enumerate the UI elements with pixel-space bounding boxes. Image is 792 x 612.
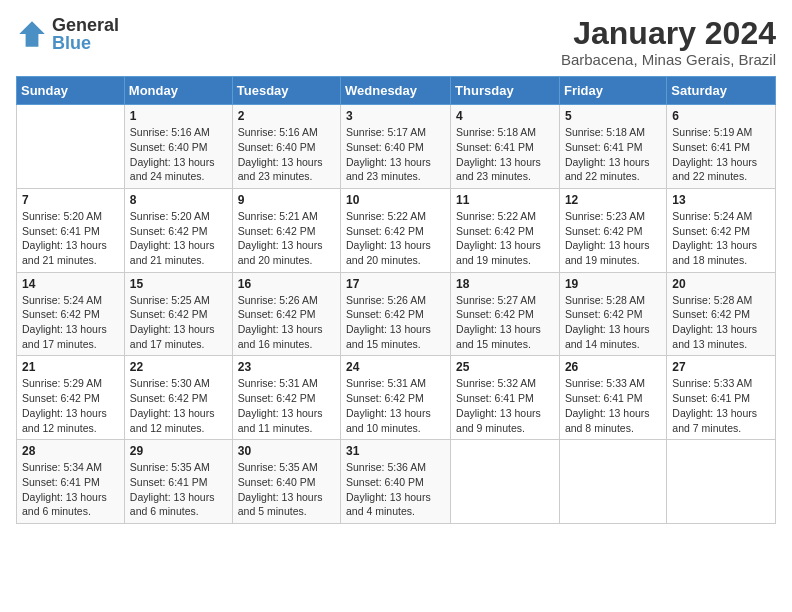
logo-line2: Blue bbox=[52, 34, 119, 52]
day-number: 17 bbox=[346, 277, 445, 291]
weekday-header: Friday bbox=[559, 77, 666, 105]
calendar-day-cell: 3Sunrise: 5:17 AM Sunset: 6:40 PM Daylig… bbox=[341, 105, 451, 189]
calendar-day-cell: 24Sunrise: 5:31 AM Sunset: 6:42 PM Dayli… bbox=[341, 356, 451, 440]
day-number: 27 bbox=[672, 360, 770, 374]
calendar-day-cell: 11Sunrise: 5:22 AM Sunset: 6:42 PM Dayli… bbox=[451, 188, 560, 272]
calendar-day-cell: 21Sunrise: 5:29 AM Sunset: 6:42 PM Dayli… bbox=[17, 356, 125, 440]
calendar-day-cell: 28Sunrise: 5:34 AM Sunset: 6:41 PM Dayli… bbox=[17, 440, 125, 524]
calendar-day-cell: 13Sunrise: 5:24 AM Sunset: 6:42 PM Dayli… bbox=[667, 188, 776, 272]
calendar-day-cell: 23Sunrise: 5:31 AM Sunset: 6:42 PM Dayli… bbox=[232, 356, 340, 440]
calendar-day-cell: 6Sunrise: 5:19 AM Sunset: 6:41 PM Daylig… bbox=[667, 105, 776, 189]
day-info: Sunrise: 5:19 AM Sunset: 6:41 PM Dayligh… bbox=[672, 125, 770, 184]
page-subtitle: Barbacena, Minas Gerais, Brazil bbox=[561, 51, 776, 68]
svg-marker-0 bbox=[19, 21, 45, 47]
calendar-day-cell: 19Sunrise: 5:28 AM Sunset: 6:42 PM Dayli… bbox=[559, 272, 666, 356]
day-number: 9 bbox=[238, 193, 335, 207]
day-number: 15 bbox=[130, 277, 227, 291]
day-info: Sunrise: 5:28 AM Sunset: 6:42 PM Dayligh… bbox=[565, 293, 661, 352]
calendar-day-cell: 10Sunrise: 5:22 AM Sunset: 6:42 PM Dayli… bbox=[341, 188, 451, 272]
day-info: Sunrise: 5:32 AM Sunset: 6:41 PM Dayligh… bbox=[456, 376, 554, 435]
calendar-week-row: 28Sunrise: 5:34 AM Sunset: 6:41 PM Dayli… bbox=[17, 440, 776, 524]
day-number: 24 bbox=[346, 360, 445, 374]
day-info: Sunrise: 5:23 AM Sunset: 6:42 PM Dayligh… bbox=[565, 209, 661, 268]
logo-text: General Blue bbox=[52, 16, 119, 52]
day-info: Sunrise: 5:17 AM Sunset: 6:40 PM Dayligh… bbox=[346, 125, 445, 184]
day-info: Sunrise: 5:18 AM Sunset: 6:41 PM Dayligh… bbox=[456, 125, 554, 184]
calendar-day-cell: 16Sunrise: 5:26 AM Sunset: 6:42 PM Dayli… bbox=[232, 272, 340, 356]
day-number: 13 bbox=[672, 193, 770, 207]
day-info: Sunrise: 5:25 AM Sunset: 6:42 PM Dayligh… bbox=[130, 293, 227, 352]
day-number: 12 bbox=[565, 193, 661, 207]
day-info: Sunrise: 5:22 AM Sunset: 6:42 PM Dayligh… bbox=[456, 209, 554, 268]
day-info: Sunrise: 5:33 AM Sunset: 6:41 PM Dayligh… bbox=[565, 376, 661, 435]
calendar-day-cell: 27Sunrise: 5:33 AM Sunset: 6:41 PM Dayli… bbox=[667, 356, 776, 440]
weekday-header: Wednesday bbox=[341, 77, 451, 105]
day-number: 19 bbox=[565, 277, 661, 291]
day-number: 2 bbox=[238, 109, 335, 123]
day-number: 7 bbox=[22, 193, 119, 207]
day-info: Sunrise: 5:29 AM Sunset: 6:42 PM Dayligh… bbox=[22, 376, 119, 435]
calendar-week-row: 1Sunrise: 5:16 AM Sunset: 6:40 PM Daylig… bbox=[17, 105, 776, 189]
weekday-header: Saturday bbox=[667, 77, 776, 105]
calendar-day-cell: 25Sunrise: 5:32 AM Sunset: 6:41 PM Dayli… bbox=[451, 356, 560, 440]
day-number: 4 bbox=[456, 109, 554, 123]
day-info: Sunrise: 5:16 AM Sunset: 6:40 PM Dayligh… bbox=[238, 125, 335, 184]
logo-line1: General bbox=[52, 16, 119, 34]
day-info: Sunrise: 5:24 AM Sunset: 6:42 PM Dayligh… bbox=[672, 209, 770, 268]
day-number: 10 bbox=[346, 193, 445, 207]
calendar-week-row: 21Sunrise: 5:29 AM Sunset: 6:42 PM Dayli… bbox=[17, 356, 776, 440]
calendar-day-cell: 14Sunrise: 5:24 AM Sunset: 6:42 PM Dayli… bbox=[17, 272, 125, 356]
day-info: Sunrise: 5:24 AM Sunset: 6:42 PM Dayligh… bbox=[22, 293, 119, 352]
day-info: Sunrise: 5:35 AM Sunset: 6:40 PM Dayligh… bbox=[238, 460, 335, 519]
weekday-header: Monday bbox=[124, 77, 232, 105]
page-title: January 2024 bbox=[561, 16, 776, 51]
calendar-day-cell bbox=[451, 440, 560, 524]
calendar-day-cell: 12Sunrise: 5:23 AM Sunset: 6:42 PM Dayli… bbox=[559, 188, 666, 272]
day-info: Sunrise: 5:33 AM Sunset: 6:41 PM Dayligh… bbox=[672, 376, 770, 435]
day-number: 20 bbox=[672, 277, 770, 291]
day-info: Sunrise: 5:20 AM Sunset: 6:42 PM Dayligh… bbox=[130, 209, 227, 268]
day-number: 30 bbox=[238, 444, 335, 458]
calendar-day-cell: 8Sunrise: 5:20 AM Sunset: 6:42 PM Daylig… bbox=[124, 188, 232, 272]
calendar-day-cell: 29Sunrise: 5:35 AM Sunset: 6:41 PM Dayli… bbox=[124, 440, 232, 524]
day-info: Sunrise: 5:22 AM Sunset: 6:42 PM Dayligh… bbox=[346, 209, 445, 268]
day-number: 5 bbox=[565, 109, 661, 123]
day-number: 31 bbox=[346, 444, 445, 458]
day-info: Sunrise: 5:26 AM Sunset: 6:42 PM Dayligh… bbox=[346, 293, 445, 352]
day-info: Sunrise: 5:36 AM Sunset: 6:40 PM Dayligh… bbox=[346, 460, 445, 519]
day-number: 11 bbox=[456, 193, 554, 207]
day-number: 28 bbox=[22, 444, 119, 458]
day-number: 23 bbox=[238, 360, 335, 374]
day-number: 8 bbox=[130, 193, 227, 207]
calendar-day-cell: 31Sunrise: 5:36 AM Sunset: 6:40 PM Dayli… bbox=[341, 440, 451, 524]
calendar-day-cell: 18Sunrise: 5:27 AM Sunset: 6:42 PM Dayli… bbox=[451, 272, 560, 356]
calendar-day-cell: 5Sunrise: 5:18 AM Sunset: 6:41 PM Daylig… bbox=[559, 105, 666, 189]
day-number: 18 bbox=[456, 277, 554, 291]
day-number: 14 bbox=[22, 277, 119, 291]
logo-icon bbox=[16, 18, 48, 50]
day-info: Sunrise: 5:35 AM Sunset: 6:41 PM Dayligh… bbox=[130, 460, 227, 519]
calendar-day-cell: 15Sunrise: 5:25 AM Sunset: 6:42 PM Dayli… bbox=[124, 272, 232, 356]
calendar-day-cell bbox=[17, 105, 125, 189]
day-info: Sunrise: 5:31 AM Sunset: 6:42 PM Dayligh… bbox=[346, 376, 445, 435]
weekday-header: Sunday bbox=[17, 77, 125, 105]
weekday-header: Tuesday bbox=[232, 77, 340, 105]
calendar-week-row: 7Sunrise: 5:20 AM Sunset: 6:41 PM Daylig… bbox=[17, 188, 776, 272]
day-info: Sunrise: 5:28 AM Sunset: 6:42 PM Dayligh… bbox=[672, 293, 770, 352]
day-number: 21 bbox=[22, 360, 119, 374]
logo: General Blue bbox=[16, 16, 119, 52]
calendar-day-cell: 2Sunrise: 5:16 AM Sunset: 6:40 PM Daylig… bbox=[232, 105, 340, 189]
calendar-day-cell: 4Sunrise: 5:18 AM Sunset: 6:41 PM Daylig… bbox=[451, 105, 560, 189]
calendar-day-cell: 30Sunrise: 5:35 AM Sunset: 6:40 PM Dayli… bbox=[232, 440, 340, 524]
calendar-day-cell: 22Sunrise: 5:30 AM Sunset: 6:42 PM Dayli… bbox=[124, 356, 232, 440]
day-info: Sunrise: 5:16 AM Sunset: 6:40 PM Dayligh… bbox=[130, 125, 227, 184]
day-info: Sunrise: 5:34 AM Sunset: 6:41 PM Dayligh… bbox=[22, 460, 119, 519]
day-number: 1 bbox=[130, 109, 227, 123]
day-info: Sunrise: 5:30 AM Sunset: 6:42 PM Dayligh… bbox=[130, 376, 227, 435]
calendar-header-row: SundayMondayTuesdayWednesdayThursdayFrid… bbox=[17, 77, 776, 105]
calendar-day-cell: 1Sunrise: 5:16 AM Sunset: 6:40 PM Daylig… bbox=[124, 105, 232, 189]
day-number: 25 bbox=[456, 360, 554, 374]
day-info: Sunrise: 5:27 AM Sunset: 6:42 PM Dayligh… bbox=[456, 293, 554, 352]
day-number: 16 bbox=[238, 277, 335, 291]
weekday-header: Thursday bbox=[451, 77, 560, 105]
